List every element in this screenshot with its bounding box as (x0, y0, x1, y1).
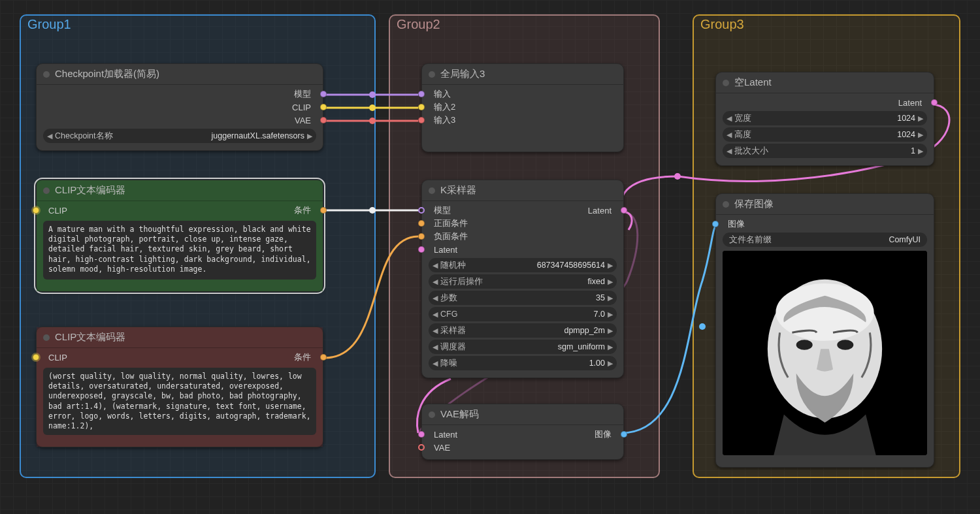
output-port-model[interactable]: 模型 (37, 88, 323, 101)
param-label: 随机种 (440, 260, 466, 271)
node-title[interactable]: VAE解码 (422, 404, 623, 425)
port-icon (33, 354, 39, 361)
input-port-2[interactable]: 输入2 (422, 101, 623, 114)
node-ksampler[interactable]: K采样器 模型 Latent 正面条件 负面条件 (421, 180, 624, 378)
input-port-clip[interactable]: CLIP (37, 204, 180, 217)
node-title[interactable]: Checkpoint加载器(简易) (37, 64, 323, 85)
node-title-label: 全局输入3 (440, 68, 485, 80)
chevron-left-icon[interactable]: ◀ (433, 343, 438, 351)
chevron-right-icon[interactable]: ▶ (608, 278, 613, 286)
chevron-left-icon[interactable]: ◀ (433, 261, 438, 270)
collapse-dot-icon[interactable] (43, 187, 50, 194)
chevron-left-icon[interactable]: ◀ (727, 147, 732, 155)
node-clip-text-encode-positive[interactable]: CLIP文本编码器 CLIP 条件 A mature man with a th… (36, 180, 323, 292)
node-empty-latent[interactable]: 空Latent Latent ◀宽度1024▶◀高度1024▶◀批次大小1▶ (715, 72, 934, 166)
node-global-inputs[interactable]: 全局输入3 输入 输入2 输入3 (421, 63, 624, 152)
node-title[interactable]: 全局输入3 (422, 64, 623, 85)
output-port-conditioning[interactable]: 条件 (180, 204, 323, 217)
ksampler-param-1[interactable]: ◀运行后操作fixed▶ (429, 274, 617, 289)
input-port-model[interactable]: 模型 (422, 204, 523, 217)
param-value: 687347458695614 (537, 261, 605, 270)
prompt-textarea[interactable]: A mature man with a thoughtful expressio… (43, 221, 316, 280)
ksampler-param-5[interactable]: ◀调度器sgm_uniform▶ (429, 340, 617, 354)
param-label: 运行后操作 (440, 276, 483, 287)
input-port-vae[interactable]: VAE (422, 441, 623, 454)
port-icon (418, 246, 425, 253)
port-icon (418, 233, 425, 240)
node-clip-text-encode-negative[interactable]: CLIP文本编码器 CLIP 条件 (worst quality, low qu… (36, 327, 323, 447)
output-port-image[interactable]: 图像 (523, 428, 623, 441)
output-port-vae[interactable]: VAE (37, 114, 323, 127)
port-icon (418, 104, 425, 110)
chevron-right-icon[interactable]: ▶ (608, 359, 613, 368)
collapse-dot-icon[interactable] (429, 71, 435, 78)
chevron-right-icon[interactable]: ▶ (608, 310, 613, 319)
chevron-left-icon[interactable]: ◀ (433, 327, 438, 335)
output-port-clip[interactable]: CLIP (37, 101, 323, 114)
ksampler-param-0[interactable]: ◀随机种687347458695614▶ (429, 258, 617, 272)
group-2-title: Group2 (397, 17, 440, 32)
prompt-textarea[interactable]: (worst quality, low quality, normal qual… (43, 368, 316, 435)
input-port-positive[interactable]: 正面条件 (422, 217, 623, 230)
node-graph-canvas[interactable]: Group1 Group2 Group3 Checkpoint加 (0, 0, 980, 514)
input-port-image[interactable]: 图像 (716, 217, 934, 231)
ksampler-param-2[interactable]: ◀步数35▶ (429, 291, 617, 305)
latent-param-1[interactable]: ◀高度1024▶ (723, 127, 927, 142)
chevron-right-icon[interactable]: ▶ (918, 147, 923, 155)
input-port-clip[interactable]: CLIP (37, 351, 180, 364)
collapse-dot-icon[interactable] (429, 411, 435, 418)
chevron-left-icon[interactable]: ◀ (727, 131, 732, 139)
chevron-left-icon[interactable]: ◀ (433, 359, 438, 368)
chevron-left-icon[interactable]: ◀ (47, 132, 52, 140)
param-value: sgm_uniform (558, 342, 605, 351)
chevron-right-icon[interactable]: ▶ (918, 114, 923, 123)
collapse-dot-icon[interactable] (723, 80, 729, 86)
node-save-image[interactable]: 保存图像 图像 文件名前缀 ComfyUI (715, 193, 934, 468)
chevron-right-icon[interactable]: ▶ (307, 132, 312, 140)
node-title-label: VAE解码 (440, 408, 479, 421)
ksampler-param-4[interactable]: ◀采样器dpmpp_2m▶ (429, 323, 617, 338)
chevron-left-icon[interactable]: ◀ (727, 114, 732, 123)
node-checkpoint-loader[interactable]: Checkpoint加载器(简易) 模型 CLIP VAE ◀ Checkpoi… (36, 63, 323, 151)
collapse-dot-icon[interactable] (429, 187, 435, 194)
param-value: 1024 (897, 114, 915, 123)
input-port-3[interactable]: 输入3 (422, 114, 623, 127)
chevron-right-icon[interactable]: ▶ (608, 294, 613, 302)
chevron-left-icon[interactable]: ◀ (433, 294, 438, 302)
collapse-dot-icon[interactable] (43, 334, 50, 341)
input-port-latent[interactable]: Latent (422, 428, 523, 441)
output-image-preview[interactable] (723, 251, 927, 455)
param-filename-prefix[interactable]: 文件名前缀 ComfyUI (723, 233, 927, 247)
output-port-latent[interactable]: Latent (716, 96, 934, 109)
node-title-label: CLIP文本编码器 (55, 184, 125, 197)
collapse-dot-icon[interactable] (43, 71, 50, 78)
chevron-right-icon[interactable]: ▶ (608, 261, 613, 270)
output-port-conditioning[interactable]: 条件 (180, 351, 323, 364)
node-title[interactable]: 保存图像 (716, 194, 934, 215)
param-value: fixed (588, 277, 605, 286)
chevron-right-icon[interactable]: ▶ (608, 343, 613, 351)
ksampler-param-3[interactable]: ◀CFG7.0▶ (429, 307, 617, 321)
chevron-right-icon[interactable]: ▶ (608, 327, 613, 335)
output-port-latent[interactable]: Latent (523, 204, 623, 217)
ksampler-param-6[interactable]: ◀降噪1.00▶ (429, 356, 617, 370)
chevron-left-icon[interactable]: ◀ (433, 310, 438, 319)
node-title[interactable]: CLIP文本编码器 (37, 180, 323, 201)
chevron-right-icon[interactable]: ▶ (918, 131, 923, 139)
latent-param-0[interactable]: ◀宽度1024▶ (723, 111, 927, 125)
input-port-1[interactable]: 输入 (422, 88, 623, 101)
param-value: 7.0 (594, 310, 605, 319)
port-icon (418, 431, 425, 438)
collapse-dot-icon[interactable] (723, 201, 729, 208)
latent-param-2[interactable]: ◀批次大小1▶ (723, 144, 927, 158)
input-port-negative[interactable]: 负面条件 (422, 230, 623, 243)
node-title[interactable]: CLIP文本编码器 (37, 327, 323, 348)
input-port-latent[interactable]: Latent (422, 243, 623, 256)
port-icon (33, 207, 39, 214)
param-checkpoint-name[interactable]: ◀ Checkpoint名称 juggernautXL.safetensors … (43, 129, 316, 143)
node-vae-decode[interactable]: VAE解码 Latent 图像 VAE (421, 404, 624, 460)
chevron-left-icon[interactable]: ◀ (433, 278, 438, 286)
param-value: 1.00 (589, 359, 605, 368)
node-title[interactable]: K采样器 (422, 180, 623, 201)
node-title[interactable]: 空Latent (716, 72, 934, 93)
